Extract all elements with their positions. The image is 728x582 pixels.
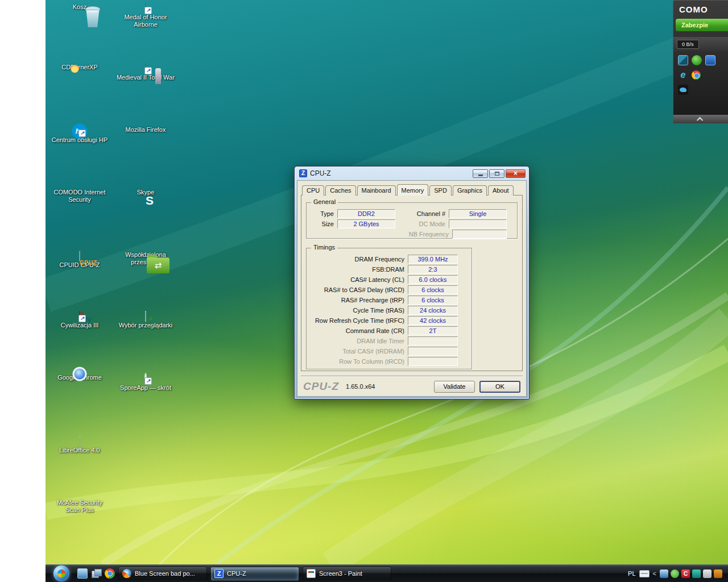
tray-expand-chevron[interactable]: < [652,570,657,577]
icon-label: SporeApp — skrót [116,384,175,392]
desktop-icon-hp-support[interactable]: ↗ Centrum obsługi HP [50,126,109,144]
general-legend: General [311,198,338,205]
dram-idle-timer-value [408,336,458,346]
keyboard-layout-icon[interactable] [639,570,650,577]
system-tray: PL < [628,569,728,578]
comodo-collapse-button[interactable] [673,115,728,123]
shortcut-arrow-icon: ↗ [144,67,152,74]
icon-label: Kosz [50,3,109,11]
size-label: Size [311,221,337,227]
desktop: Kosz CDBurnerXP ↗ Centrum obsługi HP COM… [46,0,728,564]
icon-label: McAfee Security Scan Plus [50,499,109,514]
tray-icon-comodo[interactable] [681,569,690,578]
desktop-icon-civilization3[interactable]: ↗ Cywilizacja III [50,311,109,329]
icon-label: CDBurnerXP [50,64,109,71]
tab-graphics[interactable]: Graphics [453,185,487,196]
general-groupbox: General Type DDR2 Channel # Single Size … [306,202,518,239]
firefox-mini-icon [122,569,131,578]
taskbar-button-bluescreen[interactable]: Blue Screen bad po... [118,567,207,581]
cpuz-mini-icon [214,569,224,578]
minimize-icon [478,174,483,176]
language-indicator[interactable]: PL [628,570,635,577]
tray-icon-4[interactable] [703,569,712,578]
shortcut-arrow-icon: ↗ [78,130,86,137]
validate-button[interactable]: Validate [434,381,475,393]
desktop-icon-medal-of-honor[interactable]: ↗ Medal of Honor Airborne [116,3,175,28]
taskbar-button-cpuz[interactable]: CPU-Z [210,567,299,581]
cpuz-tab-strip: CPU Caches Mainboard Memory SPD Graphics… [302,184,523,196]
cpuz-window: CPU-Z × CPU Caches Mainboard Memory SPD … [294,166,530,400]
comodo-scan-icon[interactable] [692,55,702,65]
desktop-icon-shared-space[interactable]: Współdzielona przestrzeń [116,251,175,266]
timings-groupbox: Timings DRAM Frequency 399.0 MHz FSB:DRA… [306,248,472,369]
desktop-icon-cdburnerxp[interactable]: CDBurnerXP [50,64,109,71]
dram-frequency-value: 399.0 MHz [408,255,458,264]
quicklaunch-show-desktop[interactable] [77,568,88,579]
command-rate-value: 2T [408,326,458,335]
shortcut-arrow-icon: ↗ [144,7,152,14]
comodo-status-button[interactable]: Zabezpie [676,19,728,31]
memory-size-value: 2 GBytes [337,219,395,228]
desktop-icon-skype[interactable]: Skype [116,189,175,196]
start-button[interactable] [53,566,69,581]
shortcut-arrow-icon: ↗ [78,315,86,322]
spore-icon: ↗ [144,373,147,385]
close-button[interactable]: × [506,169,526,178]
comodo-panel-icon[interactable] [705,55,715,65]
taskbar-button-paint[interactable]: Screen3 - Paint [303,567,391,581]
browser-choice-icon [145,311,146,322]
comodo-shortcut-row [673,52,728,66]
desktop-icon-spore[interactable]: ↗ SporeApp — skrót [116,374,175,392]
desktop-icon-libreoffice[interactable]: LibreOffice 4.0 [50,436,109,454]
dc-mode-label: DC Mode [400,221,449,227]
total-cas-value [408,347,458,356]
shortcut-arrow-icon: ↗ [144,377,152,385]
ie-icon[interactable]: e [678,70,688,80]
desktop-icon-mcafee[interactable]: McAfee Security Scan Plus [50,499,109,514]
cpuz-titlebar[interactable]: CPU-Z × [297,167,527,180]
comodo-widget: COMO Zabezpie 0 B/s e [673,0,728,124]
tray-icon-2[interactable] [671,569,679,578]
twitter-icon[interactable] [678,85,688,95]
tab-mainboard[interactable]: Mainboard [357,185,396,196]
minimize-button[interactable] [473,169,488,178]
tab-memory[interactable]: Memory [397,184,429,196]
comodo-traffic-rate: 0 B/s [677,40,699,49]
channel-label: Channel # [400,210,449,217]
cpuz-logo: CPU-Z [303,380,339,393]
timing-row: RAS# Precharge (tRP) 6 clocks [307,295,471,305]
channel-value: Single [449,209,507,218]
chrome-mini-icon[interactable] [692,70,701,80]
quicklaunch-chrome[interactable] [105,568,115,579]
medal-of-honor-icon: ↗ [145,3,146,14]
timing-row: RAS# to CAS# Delay (tRCD) 6 clocks [307,285,471,295]
desktop-icon-chrome[interactable]: Google Chrome [50,374,109,381]
comodo-social-row [673,81,728,96]
tray-icon-5[interactable] [714,569,722,578]
maximize-button[interactable] [489,169,504,178]
timing-row: Row To Column (tRCD) [307,356,471,367]
icon-label: Mozilla Firefox [116,126,175,134]
icon-label: Medal of Honor Airborne [116,14,175,28]
quicklaunch-window-switcher[interactable] [91,568,101,579]
comodo-tiles-icon[interactable] [678,55,688,65]
desktop-icon-cpuz[interactable]: CPUID CPU-Z [50,251,109,269]
memory-tab-pane: General Type DDR2 Channel # Single Size … [301,195,523,371]
tab-about[interactable]: About [488,185,514,196]
tray-icon-3[interactable] [692,569,701,578]
timings-legend: Timings [311,244,337,251]
tab-caches[interactable]: Caches [325,185,355,196]
desktop-icon-medieval2[interactable]: ↗ Medieval II Total War [116,64,175,81]
trcd-value: 6 clocks [408,285,458,294]
desktop-icon-firefox[interactable]: Mozilla Firefox [116,126,175,134]
desktop-icon-kosz[interactable]: Kosz [50,3,109,11]
tab-spd[interactable]: SPD [429,185,452,196]
libreoffice-document-icon [79,436,80,447]
ok-button[interactable]: OK [479,381,520,393]
desktop-icon-comodo[interactable]: COMODO Internet Security [50,189,109,203]
tray-icon-1[interactable] [660,569,668,578]
tab-cpu[interactable]: CPU [302,185,324,196]
timing-row: CAS# Latency (CL) 6.0 clocks [307,275,471,285]
cpuz-footer: CPU-Z 1.65.0.x64 Validate OK [301,376,523,393]
desktop-icon-browser-choice[interactable]: Wybór przeglądarki [116,311,175,329]
